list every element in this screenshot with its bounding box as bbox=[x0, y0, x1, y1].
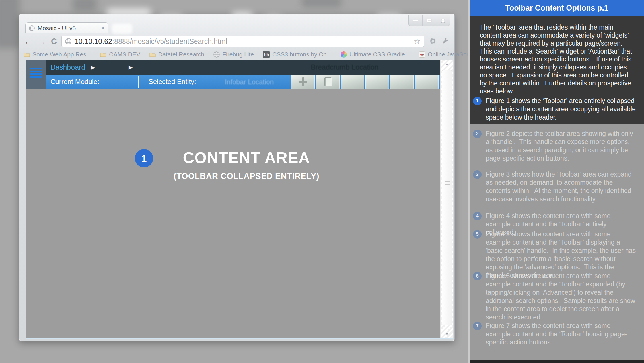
note-badge: 3 bbox=[473, 170, 482, 179]
tab-title: Mosaic - UI v5 bbox=[38, 25, 98, 32]
browser-window: X Mosaic - UI v5 × ← → C 10.10.10.62:888… bbox=[19, 14, 455, 341]
add-button[interactable] bbox=[291, 75, 315, 89]
note-badge: 5 bbox=[473, 230, 482, 239]
figure-note-3: 3 Figure 3 shows how the ‘Toolbar’ area … bbox=[470, 170, 644, 203]
figure-note-2: 2 Figure 2 depicts the toolbar area show… bbox=[470, 130, 644, 163]
note-badge: 2 bbox=[473, 130, 482, 138]
selected-entity-label: Selected Entity: bbox=[144, 78, 196, 86]
gear-extension-icon[interactable] bbox=[429, 37, 437, 45]
note-badge: 1 bbox=[473, 97, 482, 105]
note-badge: 4 bbox=[473, 212, 482, 220]
note-text: Figure 2 depicts the toolbar area showin… bbox=[486, 130, 636, 163]
hh-badge-icon: hh bbox=[263, 51, 270, 58]
book-icon bbox=[324, 77, 331, 86]
figure-note-6: 6 Figure 6 shows the content area with s… bbox=[470, 272, 644, 321]
window-controls: X bbox=[408, 15, 450, 26]
clock-icon bbox=[419, 51, 425, 58]
infobar-placeholder: Infobar Location bbox=[221, 78, 278, 86]
blank-toolbar-button[interactable] bbox=[390, 75, 414, 89]
bookmark-label: Datatel Research bbox=[158, 51, 204, 58]
bookmark-label: Ultimate CSS Gradie... bbox=[349, 51, 410, 58]
maximize-icon bbox=[427, 19, 431, 22]
bookmarks-bar: Some Web App Res... CAMS DEV Datatel Res… bbox=[19, 50, 454, 59]
content-area-title: CONTENT AREA bbox=[174, 149, 319, 167]
breadcrumb-placeholder: Breadcrumb Location bbox=[310, 63, 379, 71]
address-bar[interactable]: 10.10.10.62:8888/mosaic/v5/studentSearch… bbox=[61, 36, 424, 47]
breadcrumb-bar: Dashboard ▶ ▶ Breadcrumb Location bbox=[46, 60, 453, 75]
infobar-divider bbox=[138, 76, 139, 88]
bookmark-label: Some Web App Res... bbox=[32, 51, 91, 58]
scrollbar-grip-icon bbox=[445, 181, 450, 186]
toolbar-button-group bbox=[291, 75, 439, 89]
bookmark-item[interactable]: hh CSS3 buttons by Ch... bbox=[263, 51, 332, 58]
browser-tab[interactable]: Mosaic - UI v5 × bbox=[25, 22, 108, 33]
back-button[interactable]: ← bbox=[24, 37, 33, 46]
bookmark-label: CAMS DEV bbox=[109, 51, 140, 58]
note-badge: 7 bbox=[473, 322, 482, 330]
reload-button[interactable]: C bbox=[51, 37, 57, 46]
folder-icon bbox=[100, 52, 106, 57]
book-button[interactable] bbox=[316, 75, 340, 89]
wrench-settings-icon[interactable] bbox=[441, 37, 449, 45]
figure-1-badge: 1 bbox=[135, 149, 153, 167]
bookmark-item[interactable]: Ultimate CSS Gradie... bbox=[341, 51, 410, 58]
scroll-down-icon[interactable]: ▼ bbox=[441, 331, 453, 336]
panel-title: Toolbar Content Options p.1 bbox=[470, 0, 644, 16]
bookmark-item[interactable]: Firebug Lite bbox=[213, 51, 254, 58]
folder-icon bbox=[149, 52, 156, 57]
breadcrumb-dashboard-link[interactable]: Dashboard bbox=[50, 63, 85, 71]
content-area-label: 1 CONTENT AREA (TOOLBAR COLLAPSED ENTIRE… bbox=[53, 149, 440, 181]
panel-footer-bar bbox=[470, 360, 644, 363]
breadcrumb-arrow-icon: ▶ bbox=[129, 64, 133, 71]
panel-intro-text: The ‘Toolbar’ area that resides within t… bbox=[480, 23, 633, 95]
note-text: Figure 3 shows how the ‘Toolbar’ area ca… bbox=[486, 170, 636, 203]
site-globe-icon bbox=[65, 38, 71, 44]
bookmark-item[interactable]: Datatel Research bbox=[149, 51, 204, 58]
desktop-blur-shape bbox=[302, 0, 341, 7]
figure-note-7: 7 Figure 7 shows the content area with s… bbox=[470, 322, 644, 346]
bookmark-item[interactable]: Some Web App Res... bbox=[24, 51, 91, 58]
page-bottom-edge bbox=[26, 338, 453, 339]
note-text: Figure 1 shows the ‘Toolbar’ area entire… bbox=[486, 97, 636, 122]
browser-toolbar: ← → C 10.10.10.62:8888/mosaic/v5/student… bbox=[19, 34, 454, 49]
url-path: :8888/mosaic/v5/studentSearch.html bbox=[112, 37, 227, 45]
minimize-button[interactable] bbox=[409, 15, 422, 26]
figure-note-1: 1 Figure 1 shows the ‘Toolbar’ area enti… bbox=[470, 97, 644, 122]
blank-toolbar-button[interactable] bbox=[365, 75, 389, 89]
blank-toolbar-button[interactable] bbox=[341, 75, 364, 89]
note-text: Figure 7 shows the content area with som… bbox=[486, 322, 636, 346]
close-icon: X bbox=[441, 17, 445, 24]
current-module-label: Current Module: bbox=[46, 78, 99, 86]
hamburger-menu-icon[interactable] bbox=[30, 68, 42, 79]
plus-icon bbox=[299, 77, 307, 86]
url-text: 10.10.10.62:8888/mosaic/v5/studentSearch… bbox=[75, 37, 227, 46]
note-badge: 6 bbox=[473, 272, 482, 280]
scrollbar-thumb[interactable] bbox=[442, 70, 452, 325]
bookmark-label: CSS3 buttons by Ch... bbox=[272, 51, 332, 58]
bookmark-label: Firebug Lite bbox=[222, 51, 254, 58]
url-host: 10.10.10.62 bbox=[75, 37, 112, 45]
page-scrollbar[interactable]: ▲ ▼ bbox=[440, 60, 453, 338]
forward-button[interactable]: → bbox=[38, 37, 46, 46]
ghost-tab bbox=[112, 24, 132, 34]
maximize-button[interactable] bbox=[422, 15, 436, 26]
scroll-up-icon[interactable]: ▲ bbox=[441, 61, 453, 66]
sidebar-strip bbox=[26, 60, 46, 89]
desktop-blur-shape bbox=[0, 0, 20, 48]
tab-favicon-globe-icon bbox=[29, 25, 35, 31]
minimize-icon bbox=[413, 20, 418, 21]
infobar: Current Module: Selected Entity: Infobar… bbox=[46, 75, 453, 89]
gradient-circle-icon bbox=[341, 51, 347, 58]
content-area-subtitle: (TOOLBAR COLLAPSED ENTIRELY) bbox=[174, 171, 319, 181]
close-button[interactable]: X bbox=[436, 15, 450, 26]
bookmark-item[interactable]: CAMS DEV bbox=[100, 51, 140, 58]
breadcrumb-arrow-icon: ▶ bbox=[91, 64, 95, 71]
bookmark-star-icon[interactable]: ☆ bbox=[414, 37, 421, 46]
annotation-panel: Toolbar Content Options p.1 The ‘Toolbar… bbox=[468, 0, 644, 363]
note-text: Figure 6 shows the content area with som… bbox=[486, 272, 636, 321]
globe-icon bbox=[213, 51, 220, 58]
tab-close-icon[interactable]: × bbox=[101, 25, 105, 31]
blank-toolbar-button[interactable] bbox=[415, 75, 439, 89]
page-content: Dashboard ▶ ▶ Breadcrumb Location Curren… bbox=[26, 60, 453, 338]
folder-icon bbox=[24, 52, 30, 57]
